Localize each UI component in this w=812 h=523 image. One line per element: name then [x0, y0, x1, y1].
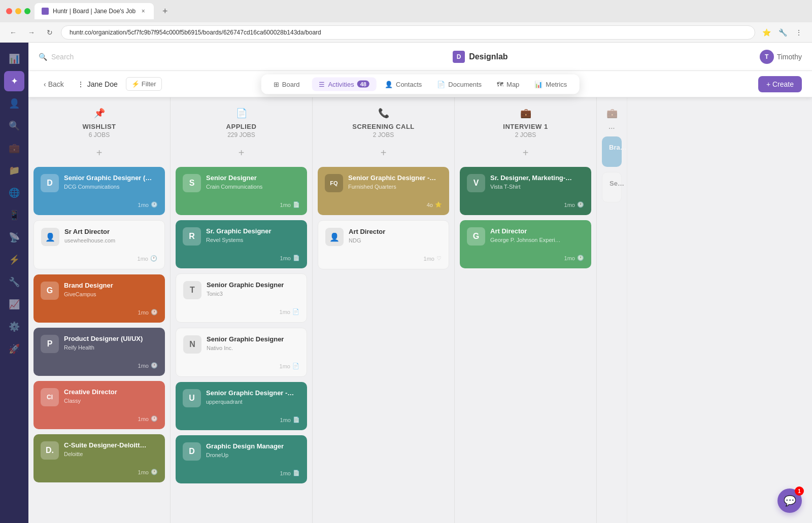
card-title: Product Designer (UI/UX): [64, 335, 158, 343]
selected-user-name: Jane Doe: [87, 80, 118, 88]
back-nav-button[interactable]: ←: [6, 25, 20, 40]
bookmark-button[interactable]: ⭐: [759, 25, 773, 40]
card-info: Senior Graphic Designer Tonic3: [207, 281, 299, 297]
card-senior-graphic-designer-dcg[interactable]: D Senior Graphic Designer (… DCG Communi…: [33, 167, 165, 215]
browser-tab[interactable]: Huntr | Board | Jane Doe's Job ×: [35, 3, 154, 19]
sidebar-icon-board[interactable]: ✦: [4, 71, 24, 91]
maximize-traffic-light[interactable]: [24, 8, 30, 14]
wishlist-header: 📌 WISHLIST 6 JOBS: [28, 97, 170, 145]
sidebar-icon-search[interactable]: 🔍: [4, 116, 24, 136]
clock-icon: 🕐: [151, 415, 158, 422]
card-info: Sr. Designer, Marketing-… Vista T-Shirt: [490, 174, 584, 190]
sidebar-icon-analytics[interactable]: 📈: [4, 294, 24, 315]
screening-title: SCREENING CALL: [321, 123, 446, 130]
interview1-cards: V Sr. Designer, Marketing-… Vista T-Shir…: [455, 167, 596, 523]
partial-card-1[interactable]: Bra…: [602, 136, 622, 167]
card-senior-graphic-designer-upper[interactable]: U Senior Graphic Designer -… upperquadra…: [176, 382, 307, 430]
board-view-button[interactable]: ⊞ Board: [266, 77, 307, 91]
card-info: Senior Graphic Designer -… upperquadrant: [206, 389, 300, 405]
refresh-button[interactable]: ↻: [43, 25, 57, 40]
card-senior-graphic-designer-tonic[interactable]: T Senior Graphic Designer Tonic3 1mo 📄: [176, 273, 307, 323]
sidebar-icon-tools[interactable]: 🔧: [4, 272, 24, 292]
tab-contacts[interactable]: 👤 Contacts: [378, 77, 429, 91]
card-company: NDG: [349, 237, 442, 243]
tab-activities[interactable]: ☰ Activities 48: [312, 77, 377, 91]
tab-documents[interactable]: 📄 Documents: [430, 77, 489, 91]
sidebar-icon-folder[interactable]: 📁: [4, 160, 24, 181]
sidebar-icon-rocket[interactable]: 🚀: [4, 339, 24, 359]
card-logo: D.: [41, 441, 59, 460]
card-time: 1mo: [138, 202, 149, 208]
back-label: Back: [48, 80, 64, 88]
browser-chrome: Huntr | Board | Jane Doe's Job × + ← → ↻…: [0, 0, 812, 43]
chat-badge: 1: [795, 486, 804, 496]
card-senior-designer-crain[interactable]: S Senior Designer Crain Communications 1…: [176, 167, 307, 215]
address-bar[interactable]: huntr.co/organization/5cf7fc9b7f954c000f…: [61, 25, 755, 40]
card-title: Sr. Graphic Designer: [206, 227, 300, 236]
card-creative-director-classy[interactable]: Cl Creative Director Classy 1mo 🕐: [33, 381, 165, 429]
tab-close-button[interactable]: ×: [140, 8, 147, 15]
card-logo: 👤: [325, 228, 344, 246]
card-sr-designer-marketing-vista[interactable]: V Sr. Designer, Marketing-… Vista T-Shir…: [460, 167, 591, 215]
tab-map[interactable]: 🗺 Map: [490, 77, 526, 91]
tab-metrics[interactable]: 📊 Metrics: [527, 77, 574, 91]
card-sr-graphic-designer-revel[interactable]: R Sr. Graphic Designer Revel Systems 1mo…: [176, 220, 307, 268]
card-brand-designer[interactable]: G Brand Designer GiveCampus 1mo 🕐: [33, 274, 165, 323]
create-button[interactable]: + Create: [758, 76, 802, 92]
screening-add-button[interactable]: +: [376, 145, 392, 161]
partial-title: …: [605, 123, 619, 130]
wishlist-add-button[interactable]: +: [91, 145, 108, 161]
card-title: Senior Graphic Designer: [207, 281, 299, 290]
card-info: C-Suite Designer-Deloitt… Deloitte: [64, 441, 158, 457]
search-input[interactable]: [51, 53, 153, 61]
sidebar-icon-contacts[interactable]: 👤: [4, 93, 24, 114]
partial-cards: Bra… Se…: [597, 136, 627, 523]
menu-button[interactable]: ⋮: [792, 25, 806, 40]
app-logo: D: [453, 51, 465, 63]
doc-icon: 📄: [293, 416, 300, 423]
card-company: Reify Health: [64, 344, 158, 351]
card-graphic-design-manager[interactable]: D Graphic Design Manager DroneUp 1mo 📄: [176, 435, 307, 483]
card-csuite-designer[interactable]: D. C-Suite Designer-Deloitt… Deloitte 1m…: [33, 434, 165, 482]
card-title: Senior Graphic Designer -…: [348, 174, 442, 183]
interview1-add-button[interactable]: +: [518, 145, 534, 161]
card-senior-graphic-designer-nativo[interactable]: N Senior Graphic Designer Nativo Inc. 1m…: [176, 328, 307, 377]
sidebar-icon-jobs[interactable]: 💼: [4, 138, 24, 158]
card-time: 1mo: [138, 256, 148, 262]
sidebar-icon-mobile[interactable]: 📱: [4, 205, 24, 225]
card-company: Vista T-Shirt: [490, 184, 584, 190]
user-name-area: ⋮ Jane Doe: [77, 80, 118, 88]
card-product-designer[interactable]: P Product Designer (UI/UX) Reify Health …: [33, 328, 165, 376]
screening-count: 2 JOBS: [321, 131, 446, 138]
applied-add-button[interactable]: +: [233, 145, 250, 161]
wishlist-cards: D Senior Graphic Designer (… DCG Communi…: [28, 167, 170, 523]
card-senior-graphic-designer-furnished[interactable]: FQ Senior Graphic Designer -… Furnished …: [318, 167, 449, 215]
minimize-traffic-light[interactable]: [15, 8, 21, 14]
sidebar-icon-dashboard[interactable]: 📊: [4, 49, 24, 69]
close-traffic-light[interactable]: [6, 8, 12, 14]
filter-label: Filter: [142, 80, 156, 88]
sidebar-icon-globe[interactable]: 🌐: [4, 183, 24, 203]
new-tab-button[interactable]: +: [158, 4, 172, 18]
card-company: Crain Communications: [206, 184, 300, 190]
partial-card-2[interactable]: Se…: [602, 172, 622, 202]
sidebar-icon-feed[interactable]: 📡: [4, 227, 24, 248]
clock-icon: 🕐: [151, 362, 158, 369]
card-art-director-gpj[interactable]: G Art Director George P. Johnson Experi……: [460, 220, 591, 268]
sidebar-icon-lightning[interactable]: ⚡: [4, 250, 24, 270]
card-time: 1mo: [424, 256, 434, 262]
extension-button[interactable]: 🔧: [775, 25, 790, 40]
forward-nav-button[interactable]: →: [24, 25, 39, 40]
traffic-lights: [6, 8, 30, 14]
card-art-director-ndg[interactable]: 👤 Art Director NDG 1mo ♡: [318, 220, 449, 269]
chat-button[interactable]: 💬 1: [777, 489, 802, 513]
filter-button[interactable]: ⚡ Filter: [126, 77, 162, 91]
sidebar: 📊 ✦ 👤 🔍 💼 📁 🌐 📱 📡 ⚡ 🔧 📈 ⚙️ 🚀: [0, 43, 28, 523]
back-button[interactable]: ‹ Back: [39, 77, 69, 91]
card-time: 1mo: [564, 202, 575, 208]
card-sr-art-director[interactable]: 👤 Sr Art Director usewheelhouse.com 1mo …: [33, 220, 165, 269]
clock-icon: 🕐: [150, 255, 157, 262]
sidebar-icon-settings[interactable]: ⚙️: [4, 317, 24, 337]
column-screening-call: 📞 SCREENING CALL 2 JOBS + FQ Senior Grap…: [313, 97, 455, 523]
card-logo: FQ: [325, 174, 343, 192]
